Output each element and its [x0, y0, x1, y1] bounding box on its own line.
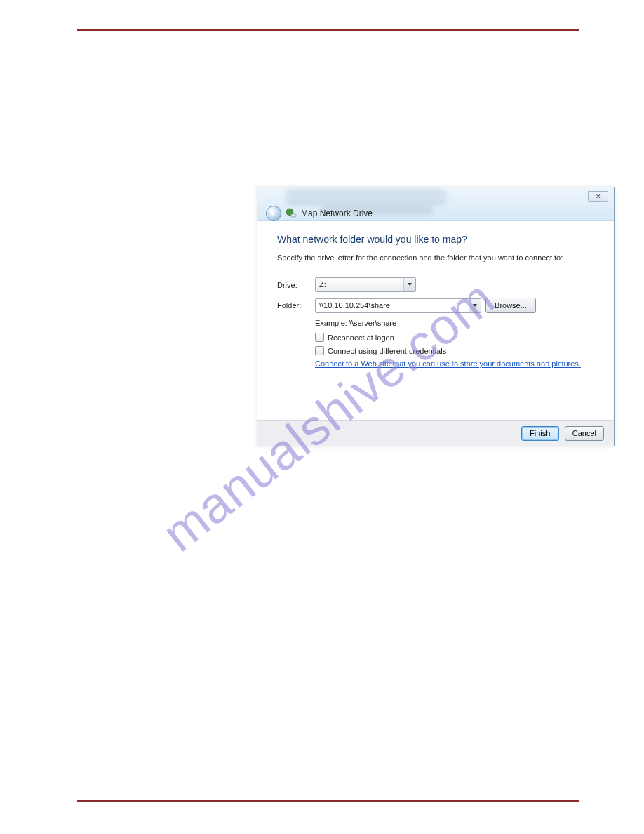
back-icon[interactable]	[266, 206, 281, 221]
svg-rect-1	[291, 214, 296, 217]
finish-button[interactable]: Finish	[521, 426, 559, 441]
reconnect-row: Reconnect at logon	[315, 333, 594, 342]
browse-button[interactable]: Browse...	[485, 298, 536, 313]
website-link[interactable]: Connect to a Web site that you can use t…	[315, 359, 594, 368]
dialog-button-bar: Finish Cancel	[257, 420, 614, 446]
credentials-row: Connect using different credentials	[315, 346, 594, 355]
drive-value: Z:	[319, 280, 326, 289]
cancel-button[interactable]: Cancel	[565, 426, 604, 441]
chevron-down-icon	[403, 278, 415, 291]
dialog-instruction: Specify the drive letter for the connect…	[277, 253, 594, 262]
drive-row: Drive: Z:	[277, 277, 594, 292]
reconnect-label: Reconnect at logon	[328, 333, 394, 342]
folder-label: Folder:	[277, 301, 315, 310]
example-text: Example: \\server\share	[315, 319, 594, 327]
folder-row: Folder: \\10.10.10.254\share Browse...	[277, 298, 594, 313]
drive-select[interactable]: Z:	[315, 277, 416, 292]
folder-input[interactable]: \\10.10.10.254\share	[315, 298, 481, 313]
credentials-label: Connect using different credentials	[328, 347, 446, 355]
drive-label: Drive:	[277, 281, 315, 289]
folder-value: \\10.10.10.254\share	[319, 301, 390, 310]
map-network-drive-dialog: ✕ Map Network Drive What network folder …	[257, 187, 615, 446]
cancel-label: Cancel	[572, 429, 596, 437]
browse-label: Browse...	[495, 301, 527, 310]
document-page: manualshive.com ✕ Map Network Drive	[77, 29, 579, 802]
reconnect-checkbox[interactable]	[315, 333, 324, 342]
dialog-content: What network folder would you like to ma…	[257, 221, 614, 420]
dialog-titlebar: ✕ Map Network Drive	[257, 187, 614, 221]
link-text: Connect to a Web site that you can use t…	[315, 359, 579, 368]
network-drive-icon	[286, 208, 297, 219]
dialog-title: Map Network Drive	[301, 208, 373, 218]
chevron-down-icon	[469, 299, 481, 312]
dialog-heading: What network folder would you like to ma…	[277, 234, 594, 245]
credentials-checkbox[interactable]	[315, 346, 324, 355]
finish-label: Finish	[530, 429, 550, 437]
